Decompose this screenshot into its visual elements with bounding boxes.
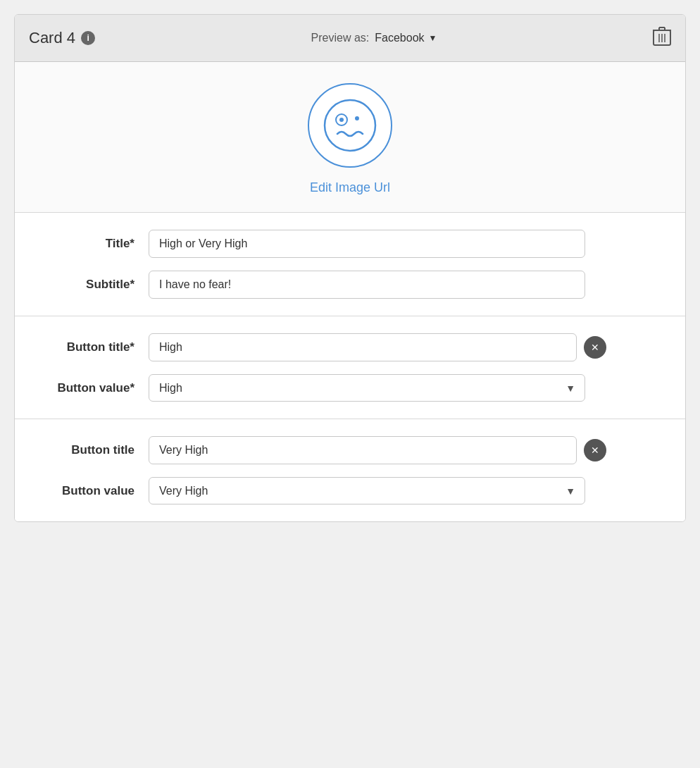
button1-value-select[interactable]: High Very High Medium Low [149, 374, 585, 402]
button2-title-label: Button title [36, 443, 149, 457]
subtitle-row: Subtitle* [36, 271, 664, 299]
button2-title-input-wrapper [149, 436, 606, 464]
title-subtitle-section: Title* Subtitle* [15, 213, 685, 316]
title-row: Title* [36, 230, 664, 258]
button1-title-row: Button title* [36, 333, 664, 361]
delete-card-button[interactable] [653, 26, 671, 50]
title-input[interactable] [149, 230, 585, 258]
subtitle-input[interactable] [149, 271, 585, 299]
button1-remove-button[interactable] [584, 336, 606, 359]
button2-section: Button title Button value High Very High… [15, 419, 685, 521]
button1-title-label: Button title* [36, 340, 149, 354]
edit-image-url-link[interactable]: Edit Image Url [310, 180, 390, 195]
preview-value: Facebook [375, 32, 424, 44]
preview-label: Preview as: [311, 32, 370, 44]
card-container: Card 4 i Preview as: Facebook ▼ [14, 14, 686, 522]
header-center: Preview as: Facebook ▼ [311, 32, 437, 44]
title-label: Title* [36, 237, 149, 251]
card-header: Card 4 i Preview as: Facebook ▼ [15, 15, 685, 62]
subtitle-label: Subtitle* [36, 278, 149, 292]
avatar-image[interactable] [308, 83, 392, 168]
image-section: Edit Image Url [15, 62, 685, 213]
button1-value-select-wrapper: High Very High Medium Low ▼ [149, 374, 585, 402]
button2-value-select-wrapper: High Very High Medium Low ▼ [149, 477, 585, 504]
button2-value-row: Button value High Very High Medium Low ▼ [36, 477, 664, 504]
button1-section: Button title* Button value* High Very Hi… [15, 316, 685, 419]
button2-remove-button[interactable] [584, 439, 606, 462]
button1-value-label: Button value* [36, 381, 149, 395]
dropdown-arrow-icon: ▼ [429, 33, 437, 43]
button1-title-input[interactable] [149, 333, 577, 361]
button2-value-label: Button value [36, 484, 149, 498]
button2-title-input[interactable] [149, 436, 577, 464]
info-icon[interactable]: i [81, 31, 95, 45]
svg-point-11 [355, 116, 359, 120]
svg-point-10 [339, 118, 344, 122]
button1-value-row: Button value* High Very High Medium Low … [36, 374, 664, 402]
svg-point-8 [325, 100, 375, 151]
card-title: Card 4 [29, 29, 75, 47]
header-left: Card 4 i [29, 29, 95, 47]
preview-platform[interactable]: Facebook ▼ [375, 32, 437, 44]
button2-title-row: Button title [36, 436, 664, 464]
button2-value-select[interactable]: High Very High Medium Low [149, 477, 585, 504]
button1-title-input-wrapper [149, 333, 606, 361]
